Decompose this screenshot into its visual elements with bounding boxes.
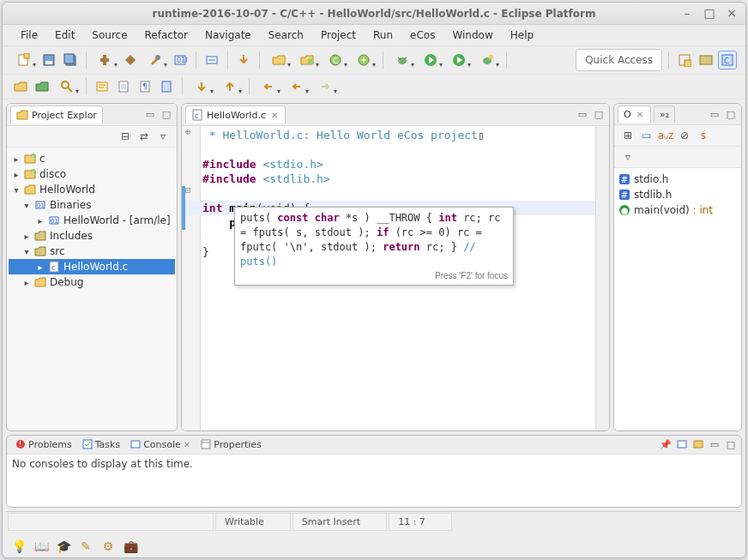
outline-maximize-button[interactable]: □ xyxy=(724,107,738,121)
outline-item[interactable]: #stdio.h xyxy=(618,172,738,187)
editor-tab[interactable]: c HelloWorld.c ✕ xyxy=(185,105,286,123)
editor-body[interactable]: ⊕ ⊟ * HelloWorld.c: Hello World eCos pro… xyxy=(182,126,609,431)
bottom-maximize-button[interactable]: □ xyxy=(724,437,738,451)
last-edit-button[interactable] xyxy=(256,77,281,96)
open-console-button[interactable] xyxy=(691,437,705,451)
tree-item-helloworld-c[interactable]: ▸cHelloWorld.c xyxy=(9,259,175,274)
new-class-button[interactable]: C xyxy=(323,51,348,69)
expander-icon[interactable]: ▸ xyxy=(22,278,31,287)
outline-minimize-button[interactable]: ▭ xyxy=(708,107,721,121)
debug-perspective-button[interactable]: C xyxy=(718,51,737,69)
project-tree[interactable]: ▸cc▸cdisco▾HelloWorld▾01Binaries▸01Hello… xyxy=(7,148,177,431)
build-button[interactable] xyxy=(93,51,118,69)
tree-item-binaries[interactable]: ▾01Binaries xyxy=(9,197,175,213)
link-editor-button[interactable]: ⇄ xyxy=(137,129,151,143)
run-last-button[interactable] xyxy=(446,51,472,69)
open-type-hierarchy-button[interactable] xyxy=(33,77,51,96)
minimize-view-button[interactable]: ▭ xyxy=(143,108,157,122)
menu-help[interactable]: Help xyxy=(503,27,541,44)
console-tab[interactable]: Console✕ xyxy=(130,439,190,450)
graduation-icon[interactable]: 🎓 xyxy=(56,539,71,554)
menu-navigate[interactable]: Navigate xyxy=(197,27,259,44)
project-explorer-tab[interactable]: Project Explor xyxy=(10,105,103,123)
outline-view-menu-button[interactable]: ▿ xyxy=(621,150,635,164)
build-config-button[interactable] xyxy=(142,51,168,69)
quick-access[interactable]: Quick Access xyxy=(576,49,662,71)
menu-run[interactable]: Run xyxy=(365,27,401,44)
tree-item-src[interactable]: ▾src xyxy=(9,244,175,259)
menu-window[interactable]: Window xyxy=(444,27,500,44)
tree-item-disco[interactable]: ▸cdisco xyxy=(9,166,175,182)
menu-source[interactable]: Source xyxy=(84,27,135,44)
back-button[interactable] xyxy=(284,77,310,96)
display-console-button[interactable] xyxy=(675,437,689,451)
search-button[interactable] xyxy=(54,77,80,96)
open-folder-button[interactable] xyxy=(11,77,30,96)
build-target-button[interactable]: 010 xyxy=(171,51,190,69)
filter-fields-button[interactable]: ▭ xyxy=(640,129,654,142)
tree-item-includes[interactable]: ▸Includes xyxy=(9,228,175,244)
pencil-icon[interactable]: ✎ xyxy=(78,539,94,554)
expander-icon[interactable]: ▸ xyxy=(12,170,21,179)
show-whitespace-button[interactable]: ¶ xyxy=(136,77,154,96)
tree-item-c[interactable]: ▸cc xyxy=(9,151,175,166)
hide-non-public-button[interactable]: ⊘ xyxy=(678,129,691,142)
tip-icon[interactable]: 💡 xyxy=(11,539,27,554)
editor-minimize-button[interactable]: ▭ xyxy=(576,108,589,122)
save-button[interactable] xyxy=(39,51,58,69)
briefcase-icon[interactable]: 💼 xyxy=(123,539,138,554)
menu-edit[interactable]: Edit xyxy=(47,27,82,44)
run-button[interactable] xyxy=(418,51,443,69)
debug-button[interactable] xyxy=(389,51,415,69)
save-all-button[interactable] xyxy=(61,51,80,69)
open-type-button[interactable] xyxy=(351,51,377,69)
book-icon[interactable]: 📖 xyxy=(33,539,49,554)
tree-item-debug[interactable]: ▸Debug xyxy=(9,274,175,290)
outline-item[interactable]: #stdlib.h xyxy=(618,187,738,202)
close-outline-button[interactable]: ✕ xyxy=(635,110,645,119)
outline-item[interactable]: ●main(void) : int xyxy=(618,202,738,218)
problems-tab[interactable]: !Problems xyxy=(15,439,72,450)
prev-annotation-button[interactable] xyxy=(217,77,243,96)
fold-collapse-icon[interactable]: ⊟ xyxy=(185,185,190,195)
tree-item-helloworld-arm-le-[interactable]: ▸01HelloWorld - [arm/le] xyxy=(9,213,175,228)
profile-button[interactable] xyxy=(474,51,500,69)
outline-tab[interactable]: O✕ xyxy=(618,105,651,123)
expander-icon[interactable]: ▾ xyxy=(12,185,21,195)
pin-console-button[interactable]: 📌 xyxy=(659,437,673,451)
new-file-button[interactable] xyxy=(294,51,320,69)
close-console-button[interactable]: ✕ xyxy=(184,440,190,449)
outline-body[interactable]: #stdio.h#stdlib.h●main(void) : int xyxy=(614,168,741,431)
editor-gutter[interactable]: ⊕ ⊟ xyxy=(182,126,201,431)
expander-icon[interactable]: ▾ xyxy=(22,201,31,210)
next-annotation-button[interactable] xyxy=(189,77,214,96)
new-button[interactable] xyxy=(11,51,37,69)
collapse-all-button[interactable]: ⊟ xyxy=(118,129,132,143)
block-selection-button[interactable] xyxy=(114,77,133,96)
toggle-breadcrumb-button[interactable] xyxy=(202,51,221,69)
tree-item-helloworld[interactable]: ▾HelloWorld xyxy=(9,182,175,197)
hide-static-button[interactable]: s xyxy=(697,129,710,142)
gear-icon[interactable]: ⚙ xyxy=(100,539,116,554)
expander-icon[interactable]: ▸ xyxy=(22,232,31,241)
toggle-word-wrap-button[interactable] xyxy=(157,77,176,96)
menu-file[interactable]: File xyxy=(13,27,45,44)
tasks-tab[interactable]: Tasks xyxy=(82,439,120,450)
expander-icon[interactable]: ▸ xyxy=(12,154,21,164)
expander-icon[interactable]: ▾ xyxy=(22,247,31,256)
sort-button[interactable]: ⊞ xyxy=(621,129,635,142)
expander-icon[interactable]: ▸ xyxy=(36,262,45,272)
minimize-button[interactable]: – xyxy=(680,6,694,20)
c-cpp-perspective-button[interactable] xyxy=(697,51,715,69)
toggle-mark-occurrences-button[interactable] xyxy=(93,77,112,96)
open-perspective-button[interactable] xyxy=(675,51,694,69)
view-menu-button[interactable]: ▿ xyxy=(156,129,170,143)
step-into-button[interactable] xyxy=(234,51,253,69)
filter-sort-button[interactable]: aᵤz xyxy=(659,129,673,142)
build-all-button[interactable] xyxy=(121,51,140,69)
maximize-view-button[interactable]: □ xyxy=(160,108,173,122)
new-source-folder-button[interactable] xyxy=(266,51,292,69)
properties-tab[interactable]: Properties xyxy=(201,439,262,450)
bottom-minimize-button[interactable]: ▭ xyxy=(708,437,721,451)
forward-button[interactable] xyxy=(312,77,338,96)
